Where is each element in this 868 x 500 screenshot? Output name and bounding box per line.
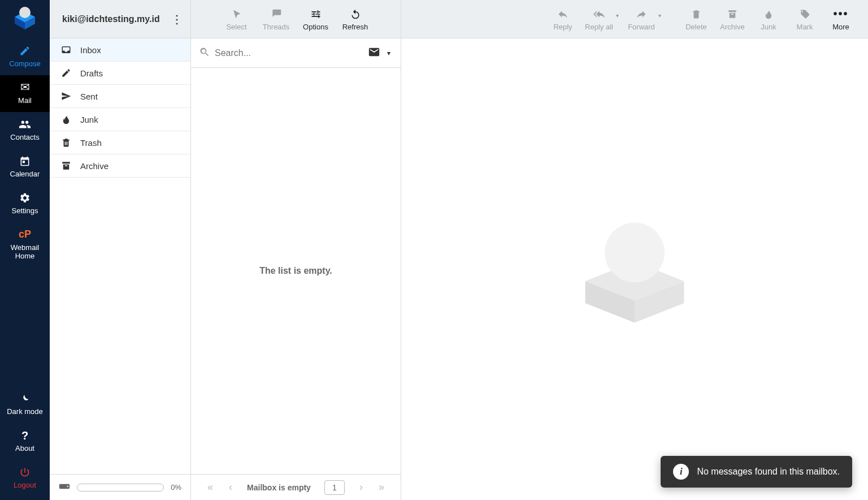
nav-webmail-home-label: Webmail Home [1, 244, 49, 261]
disk-icon [59, 482, 70, 492]
paper-plane-icon [60, 91, 72, 101]
junk-button[interactable]: Junk [752, 2, 785, 36]
pager-first[interactable]: « [206, 481, 214, 493]
reply-icon [557, 7, 568, 21]
folder-archive[interactable]: Archive [50, 154, 190, 178]
mark-label: Mark [797, 23, 813, 31]
folder-label: Trash [80, 138, 102, 148]
nav-about[interactable]: ? About [0, 423, 50, 460]
pager-prev[interactable]: ‹ [228, 481, 233, 493]
empty-watermark [570, 203, 700, 335]
contacts-icon [19, 118, 31, 131]
reply-all-icon [593, 7, 605, 21]
account-email: kiki@idchtesting.my.id [62, 14, 160, 24]
search-bar: ▾ [191, 38, 401, 68]
threads-icon [271, 7, 282, 21]
message-canvas [401, 38, 868, 500]
archive-label: Archive [720, 23, 744, 31]
search-input[interactable] [215, 48, 363, 58]
svg-point-5 [67, 486, 69, 488]
threads-button[interactable]: Threads [259, 2, 293, 36]
message-list-pane: Select Threads Options Refresh [191, 0, 401, 500]
refresh-button[interactable]: Refresh [338, 2, 372, 36]
gear-icon [19, 191, 31, 205]
junk-icon [763, 7, 774, 21]
pencil-icon [60, 68, 72, 78]
message-toolbar: Reply Reply all ▾ Forward ▾ [401, 0, 868, 38]
message-view-pane: Reply Reply all ▾ Forward ▾ [401, 0, 868, 500]
search-icon [199, 46, 210, 60]
forward-label: Forward [628, 23, 655, 31]
nav-contacts[interactable]: Contacts [0, 112, 50, 149]
delete-button[interactable]: Delete [679, 2, 713, 36]
nav-webmail-home[interactable]: cP Webmail Home [0, 222, 50, 268]
sliders-icon [310, 7, 322, 21]
taskbar: Compose ✉ Mail Contacts Calendar Setting… [0, 0, 50, 500]
options-label: Options [303, 23, 328, 31]
list-toolbar: Select Threads Options Refresh [191, 0, 401, 38]
logo-icon [11, 6, 38, 33]
nav-dark-mode[interactable]: Dark mode [0, 386, 50, 423]
info-icon: i [673, 464, 689, 480]
nav-compose[interactable]: Compose [0, 38, 50, 75]
more-icon: ••• [833, 7, 848, 21]
folder-menu-button[interactable]: ⋮ [169, 12, 185, 26]
nav-mail[interactable]: ✉ Mail [0, 75, 50, 112]
pager-page-input[interactable] [324, 480, 345, 495]
fire-icon [60, 114, 72, 124]
calendar-icon [19, 154, 31, 168]
nav-calendar-label: Calendar [10, 170, 40, 179]
nav-settings-label: Settings [12, 207, 38, 215]
refresh-label: Refresh [342, 23, 368, 31]
junk-label: Junk [761, 23, 776, 31]
folder-sent[interactable]: Sent [50, 85, 190, 108]
nav-mail-label: Mail [18, 97, 32, 105]
search-options-toggle[interactable]: ▾ [385, 49, 393, 57]
pager-last[interactable]: » [377, 481, 385, 493]
delete-icon [691, 7, 701, 21]
search-scope-button[interactable] [368, 46, 380, 61]
folder-inbox[interactable]: Inbox [50, 38, 190, 62]
reply-button[interactable]: Reply [546, 2, 580, 36]
toast-text: No messages found in this mailbox. [697, 467, 840, 477]
compose-icon [19, 44, 31, 58]
reply-all-dropdown[interactable]: ▾ [616, 2, 622, 19]
folder-label: Junk [80, 115, 98, 124]
archive-icon [727, 7, 737, 21]
reply-all-button[interactable]: Reply all [582, 2, 616, 36]
list-pager: « ‹ Mailbox is empty › » [191, 474, 401, 500]
forward-button[interactable]: Forward [624, 2, 658, 36]
mail-icon: ✉ [20, 81, 30, 94]
select-button[interactable]: Select [220, 2, 254, 36]
nav-contacts-label: Contacts [10, 133, 39, 142]
mark-button[interactable]: Mark [788, 2, 822, 36]
quota-progress [77, 484, 164, 492]
reply-all-label: Reply all [585, 23, 613, 31]
archive-button[interactable]: Archive [715, 2, 749, 36]
nav-settings[interactable]: Settings [0, 186, 50, 222]
reply-label: Reply [553, 23, 572, 31]
folder-label: Inbox [80, 45, 101, 55]
nav-logout-label: Logout [14, 481, 36, 490]
archive-icon [60, 161, 72, 171]
folder-sidebar: kiki@idchtesting.my.id ⋮ Inbox Drafts Se… [50, 0, 191, 500]
folder-trash[interactable]: Trash [50, 131, 190, 154]
folder-junk[interactable]: Junk [50, 108, 190, 131]
svg-point-9 [605, 223, 665, 283]
svg-point-3 [19, 7, 31, 18]
nav-logout[interactable]: Logout [0, 460, 50, 500]
inbox-icon [60, 45, 72, 55]
more-button[interactable]: ••• More [824, 2, 858, 36]
pager-status: Mailbox is empty [247, 483, 311, 492]
folder-label: Drafts [80, 68, 103, 78]
folder-drafts[interactable]: Drafts [50, 62, 190, 85]
question-icon: ? [21, 429, 28, 442]
options-button[interactable]: Options [299, 2, 333, 36]
nav-calendar[interactable]: Calendar [0, 149, 50, 186]
forward-dropdown[interactable]: ▾ [658, 2, 665, 19]
pager-next[interactable]: › [358, 481, 364, 493]
nav-dark-mode-label: Dark mode [7, 408, 43, 416]
delete-label: Delete [685, 23, 707, 31]
moon-icon [20, 392, 30, 406]
select-label: Select [226, 23, 246, 31]
